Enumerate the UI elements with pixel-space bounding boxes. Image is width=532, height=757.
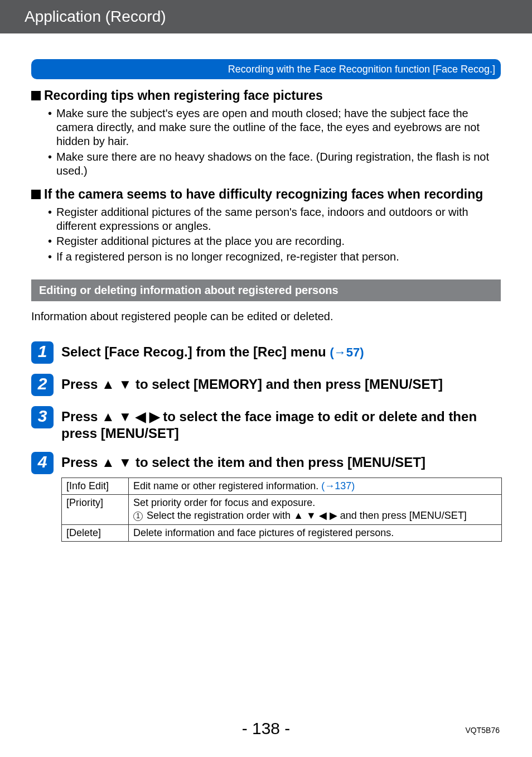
arrow-4way-icon: ▲ ▼ ◀ ▶ (293, 510, 337, 521)
arrow-up-down-icon: ▲ ▼ (101, 455, 132, 470)
step-1-text: Select [Face Recog.] from the [Rec] menu… (61, 341, 364, 360)
bullet-dot-icon: • (48, 205, 52, 233)
step-text-post: to select the item and then press [MENU/… (132, 455, 425, 470)
bullet-text: Make sure the subject's eyes are open an… (56, 107, 501, 149)
breadcrumb-text: Recording with the Face Recognition func… (228, 64, 495, 75)
subheading-text: Editing or deleting information about re… (39, 284, 338, 296)
options-table: [Info Edit] Edit name or other registere… (61, 478, 502, 542)
step-number-badge: 3 (31, 406, 54, 428)
desc-text: Edit name or other registered informatio… (133, 480, 321, 491)
section-1-bullets: •Make sure the subject's eyes are open a… (48, 107, 501, 178)
desc-line-1: Set priority order for focus and exposur… (133, 496, 497, 509)
bullet-item: •Make sure the subject's eyes are open a… (48, 107, 501, 149)
step-number-badge: 2 (31, 374, 54, 396)
breadcrumb-pill: Recording with the Face Recognition func… (31, 59, 501, 79)
bullet-dot-icon: • (48, 107, 52, 149)
step-1-link[interactable]: (→57) (330, 345, 364, 359)
bullet-dot-icon: • (48, 234, 52, 248)
bullet-dot-icon: • (48, 150, 52, 178)
page-number: - 138 - (0, 719, 532, 738)
bullet-text: Register additional pictures of the same… (56, 205, 501, 233)
option-label: [Info Edit] (62, 478, 129, 494)
table-row: [Priority] Set priority order for focus … (62, 495, 502, 525)
step-text-pre: Press (61, 455, 101, 470)
step-3: 3 Press ▲ ▼ ◀ ▶ to select the face image… (31, 406, 501, 442)
bullet-item: •If a registered person is no longer rec… (48, 250, 501, 264)
step-4-text: Press ▲ ▼ to select the item and then pr… (61, 452, 425, 471)
section-heading-1-text: Recording tips when registering face pic… (44, 88, 323, 103)
section-2-bullets: •Register additional pictures of the sam… (48, 205, 501, 264)
bullet-text: Make sure there are no heavy shadows on … (56, 150, 501, 178)
arrow-up-down-icon: ▲ ▼ (101, 377, 132, 392)
subheading-bar: Editing or deleting information about re… (31, 279, 501, 301)
section-heading-1: Recording tips when registering face pic… (31, 88, 501, 103)
info-edit-link[interactable]: (→137) (321, 480, 355, 491)
arrow-4way-icon: ▲ ▼ ◀ ▶ (101, 409, 159, 424)
table-row: [Delete] Delete information and face pic… (62, 524, 502, 541)
step-4: 4 Press ▲ ▼ to select the item and then … (31, 452, 501, 474)
option-desc: Set priority order for focus and exposur… (129, 495, 502, 525)
option-label: [Delete] (62, 524, 129, 541)
bullet-item: •Register additional pictures at the pla… (48, 234, 501, 248)
desc-line-2: 1 Select the registration order with ▲ ▼… (133, 509, 497, 522)
bullet-dot-icon: • (48, 250, 52, 264)
step-number-badge: 4 (31, 452, 54, 474)
bullet-text: If a registered person is no longer reco… (56, 250, 399, 264)
step-text-pre: Select [Face Recog.] from the [Rec] menu (61, 344, 330, 359)
bullet-text: Register additional pictures at the plac… (56, 234, 345, 248)
step-text-pre: Press (61, 377, 101, 392)
desc-line-2-post: and then press [MENU/SET] (337, 510, 467, 521)
step-1: 1 Select [Face Recog.] from the [Rec] me… (31, 341, 501, 364)
step-3-text: Press ▲ ▼ ◀ ▶ to select the face image t… (61, 406, 501, 442)
sub-paragraph: Information about registered people can … (31, 309, 501, 324)
square-bullet-icon (31, 190, 41, 199)
header-bar: Application (Record) (0, 0, 532, 33)
doc-code: VQT5B76 (466, 726, 500, 735)
desc-line-2-pre: Select the registration order with (144, 510, 293, 521)
header-title: Application (Record) (25, 8, 166, 25)
option-desc: Delete information and face pictures of … (129, 524, 502, 541)
step-text-pre: Press (61, 409, 101, 424)
table-row: [Info Edit] Edit name or other registere… (62, 478, 502, 494)
step-2: 2 Press ▲ ▼ to select [MEMORY] and then … (31, 374, 501, 396)
square-bullet-icon (31, 91, 41, 100)
bullet-item: •Make sure there are no heavy shadows on… (48, 150, 501, 178)
circled-1-icon: 1 (133, 512, 143, 521)
section-heading-2-text: If the camera seems to have difficulty r… (44, 187, 483, 202)
bullet-item: •Register additional pictures of the sam… (48, 205, 501, 233)
option-label: [Priority] (62, 495, 129, 525)
step-number-badge: 1 (31, 341, 54, 364)
step-2-text: Press ▲ ▼ to select [MEMORY] and then pr… (61, 374, 443, 393)
section-heading-2: If the camera seems to have difficulty r… (31, 187, 501, 202)
step-text-post: to select [MEMORY] and then press [MENU/… (132, 377, 443, 392)
option-desc: Edit name or other registered informatio… (129, 478, 502, 494)
